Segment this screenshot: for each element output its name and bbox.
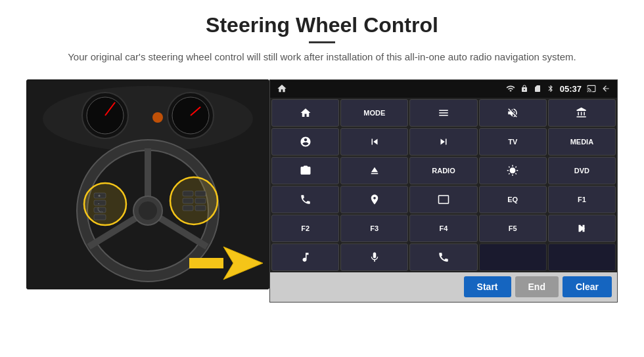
btn-eject[interactable] — [340, 157, 408, 184]
btn-empty-2 — [548, 243, 616, 271]
back-icon — [601, 84, 610, 93]
btn-f2[interactable]: F2 — [271, 215, 339, 242]
btn-phone-end[interactable] — [409, 243, 477, 271]
btn-eq[interactable]: EQ — [479, 186, 547, 213]
btn-radio[interactable]: RADIO — [409, 157, 477, 184]
btn-f1[interactable]: F1 — [548, 186, 616, 213]
btn-media[interactable]: MEDIA — [548, 128, 616, 156]
bluetooth-icon — [547, 85, 555, 93]
btn-microphone[interactable] — [340, 243, 408, 271]
button-grid: MODE — [270, 98, 617, 272]
btn-play-pause[interactable] — [548, 215, 616, 242]
btn-prev[interactable] — [340, 128, 408, 156]
status-bar-right: 05:37 — [506, 84, 610, 94]
page-title: Steering Wheel Control — [68, 13, 576, 37]
svg-rect-29 — [195, 198, 206, 203]
btn-settings[interactable] — [271, 128, 339, 156]
android-panel: 05:37 MODE — [269, 79, 618, 303]
start-button[interactable]: Start — [464, 276, 511, 297]
lock-icon — [520, 85, 528, 93]
btn-next[interactable] — [409, 128, 477, 156]
sim-icon — [534, 85, 541, 93]
svg-rect-28 — [195, 191, 206, 196]
end-button[interactable]: End — [515, 276, 559, 297]
btn-f3[interactable]: F3 — [340, 215, 408, 242]
status-bar: 05:37 — [270, 80, 617, 98]
btn-apps[interactable] — [548, 99, 616, 127]
svg-point-24 — [170, 177, 218, 224]
svg-rect-25 — [183, 191, 193, 196]
page-container: Steering Wheel Control Your original car… — [0, 0, 644, 357]
svg-rect-26 — [183, 198, 193, 203]
svg-rect-18 — [94, 200, 106, 205]
svg-rect-20 — [94, 215, 106, 220]
btn-mode[interactable]: MODE — [340, 99, 408, 127]
svg-point-15 — [139, 201, 157, 220]
btn-tv[interactable]: TV — [479, 128, 547, 156]
btn-screen[interactable] — [409, 186, 477, 213]
svg-rect-27 — [183, 205, 193, 211]
btn-phone[interactable] — [271, 186, 339, 213]
btn-home[interactable] — [271, 99, 339, 127]
clear-button[interactable]: Clear — [563, 276, 612, 297]
svg-point-8 — [152, 112, 163, 123]
btn-music[interactable] — [271, 243, 339, 271]
btn-dvd[interactable]: DVD — [548, 157, 616, 184]
action-bar: Start End Clear — [270, 272, 617, 302]
btn-menu-list[interactable] — [409, 99, 477, 127]
svg-text:+: + — [98, 194, 101, 198]
svg-rect-30 — [195, 205, 206, 211]
btn-navigation[interactable] — [340, 186, 408, 213]
wifi-icon — [506, 84, 515, 93]
title-section: Steering Wheel Control Your original car… — [68, 13, 576, 74]
svg-rect-32 — [189, 258, 223, 268]
status-time: 05:37 — [560, 84, 582, 94]
home-status-icon — [277, 83, 287, 94]
btn-empty-1 — [479, 243, 547, 271]
btn-f5[interactable]: F5 — [479, 215, 547, 242]
subtitle-text: Your original car's steering wheel contr… — [68, 50, 576, 65]
btn-f4[interactable]: F4 — [409, 215, 477, 242]
title-divider — [309, 41, 335, 43]
status-bar-left — [277, 83, 287, 94]
btn-brightness[interactable] — [479, 157, 547, 184]
content-row: + - 📞 — [26, 79, 618, 303]
steering-wheel-image: + - 📞 — [26, 79, 269, 289]
btn-360cam[interactable] — [271, 157, 339, 184]
cast-icon — [587, 84, 596, 93]
btn-mute[interactable] — [479, 99, 547, 127]
svg-text:📞: 📞 — [97, 207, 103, 213]
